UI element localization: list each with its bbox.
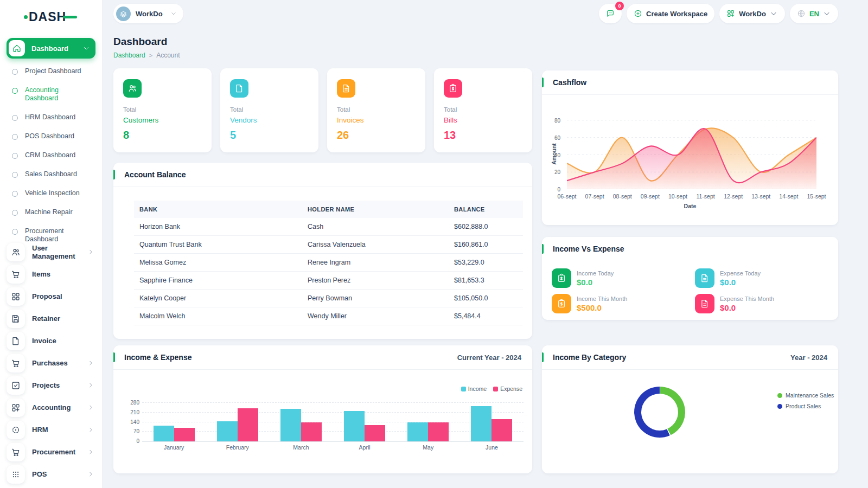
workdo-menu-button[interactable]: WorkDo xyxy=(719,4,785,23)
ive-tile-income-this-month: Income This Month$500.0 xyxy=(552,294,695,313)
stat-name: Invoices xyxy=(337,116,364,124)
table-cell: $5,484.4 xyxy=(449,307,523,325)
sidebar-item-projects[interactable]: Projects xyxy=(0,374,102,396)
income-bar-march xyxy=(280,409,301,441)
sidebar-item-label: POS xyxy=(32,470,87,478)
sidebar-subitem[interactable]: Sales Dashboard xyxy=(0,165,102,184)
messages-button[interactable]: 0 xyxy=(599,4,622,23)
sidebar-item-procurement[interactable]: Procurement xyxy=(0,441,102,463)
table-cell: $160,861.0 xyxy=(449,236,523,254)
income-bar-january xyxy=(154,426,174,441)
table-row: Horizon BankCash$602,888.0 xyxy=(134,218,523,236)
breadcrumb-dashboard-link[interactable]: Dashboard xyxy=(113,52,145,59)
chevron-right-icon xyxy=(87,471,94,478)
x-tick-label: 10-sept xyxy=(666,193,690,200)
language-label: EN xyxy=(809,10,819,18)
sidebar-subitem[interactable]: Vehicle Inspection xyxy=(0,184,102,203)
stat-value: 8 xyxy=(123,129,129,142)
circle-dot-icon xyxy=(12,229,18,235)
file-icon xyxy=(11,336,21,346)
cart-icon xyxy=(7,443,25,461)
y-tick-label: 0 xyxy=(118,438,139,444)
cart-icon xyxy=(7,265,25,284)
x-tick-label: 07-sept xyxy=(583,193,607,200)
chevron-down-icon xyxy=(82,44,90,52)
expense-bar-january xyxy=(174,428,195,441)
income-bar-may xyxy=(407,422,428,442)
create-workspace-button[interactable]: Create Workspace xyxy=(627,4,714,23)
sidebar-item-invoice[interactable]: Invoice xyxy=(0,330,102,352)
stat-name: Bills xyxy=(444,116,457,124)
sidebar-item-retainer[interactable]: Retainer xyxy=(0,307,102,330)
sidebar-item-proposal[interactable]: Proposal xyxy=(0,285,102,307)
table-cell: Malcolm Welch xyxy=(134,307,302,325)
expense-bar-february xyxy=(238,408,258,441)
sidebar-subitem[interactable]: Accounting Dashboard xyxy=(0,81,102,108)
y-tick-label: 80 xyxy=(542,118,560,124)
y-tick-label: 60 xyxy=(542,135,560,141)
workspace-switcher[interactable]: WorkDo xyxy=(113,4,183,23)
sidebar-subitem-label: POS Dashboard xyxy=(25,132,91,140)
cashflow-title: Cashflow xyxy=(553,78,827,87)
table-cell: Katelyn Cooper xyxy=(134,290,302,307)
grid-plus-icon xyxy=(726,9,735,18)
bar-chart-x-labels: JanuaryFebruaryMarchAprilMayJune xyxy=(142,444,524,451)
expense-bar-may xyxy=(428,422,449,442)
sidebar-item-dashboard[interactable]: Dashboard xyxy=(7,38,95,59)
cart-icon xyxy=(11,269,21,279)
sidebar-subitem[interactable]: Machine Repair xyxy=(0,203,102,222)
table-cell: Sapphire Finance xyxy=(134,272,302,290)
sidebar-item-user-management[interactable]: User Management xyxy=(0,241,102,263)
clipboard-dollar-icon xyxy=(552,294,571,313)
sidebar-item-items[interactable]: Items xyxy=(0,263,102,285)
stat-name: Customers xyxy=(123,116,158,124)
circle-dot-icon xyxy=(12,153,18,159)
sidebar-item-purchases[interactable]: Purchases xyxy=(0,352,102,374)
breadcrumb-separator: > xyxy=(149,52,152,59)
sidebar-item-pos[interactable]: POS xyxy=(0,463,102,485)
stat-card-vendors: TotalVendors5 xyxy=(220,68,318,152)
users-icon xyxy=(127,84,137,93)
file-icon xyxy=(7,332,25,350)
stat-card-invoices: TotalInvoices26 xyxy=(327,68,425,152)
circle-dot-icon xyxy=(12,88,18,94)
sidebar-item-accounting[interactable]: Accounting xyxy=(0,396,102,419)
stat-name: Vendors xyxy=(230,116,257,124)
x-tick-label: March xyxy=(269,444,333,451)
tile-label: Expense This Month xyxy=(720,296,774,302)
table-column-header: BANK xyxy=(134,201,302,218)
app-logo[interactable]: DASH xyxy=(24,9,77,25)
logo-dot xyxy=(24,15,28,19)
sidebar-menu: User ManagementItemsProposalRetainerInvo… xyxy=(0,241,102,485)
users-icon xyxy=(7,243,25,261)
chevron-right-icon xyxy=(87,382,94,389)
globe-icon xyxy=(797,9,806,18)
sidebar-subitem[interactable]: HRM Dashboard xyxy=(0,108,102,127)
sidebar-item-label: Proposal xyxy=(32,292,87,300)
sidebar-subitem[interactable]: Project Dashboard xyxy=(0,62,102,81)
target-icon xyxy=(11,425,21,435)
sidebar-item-label: Items xyxy=(32,270,87,278)
sidebar-item-hrm[interactable]: HRM xyxy=(0,419,102,441)
page-title: Dashboard xyxy=(113,36,167,48)
file-icon xyxy=(230,79,248,98)
workspace-avatar xyxy=(116,7,131,21)
tile-value: $0.0 xyxy=(577,278,614,287)
logo-dash-bar xyxy=(63,16,77,18)
legend-item: Maintenance Sales xyxy=(777,392,834,399)
table-row: Sapphire FinancePreston Perez$81,653.3 xyxy=(134,272,523,290)
y-tick-label: 280 xyxy=(118,400,139,406)
expense-bar-june xyxy=(492,419,512,441)
language-button[interactable]: EN xyxy=(790,4,838,23)
users-icon xyxy=(11,247,21,257)
income-bar-february xyxy=(217,421,238,441)
users-icon xyxy=(123,79,142,98)
sidebar-subitem[interactable]: CRM Dashboard xyxy=(0,146,102,165)
income-expense-title: Income & Expense xyxy=(124,353,457,362)
donut-chart xyxy=(634,387,685,438)
sidebar-subitem[interactable]: POS Dashboard xyxy=(0,127,102,146)
cart-icon xyxy=(7,354,25,373)
income-bar-june xyxy=(471,406,492,441)
circle-dot-icon xyxy=(12,69,18,75)
table-cell: Wendy Miller xyxy=(302,307,449,325)
